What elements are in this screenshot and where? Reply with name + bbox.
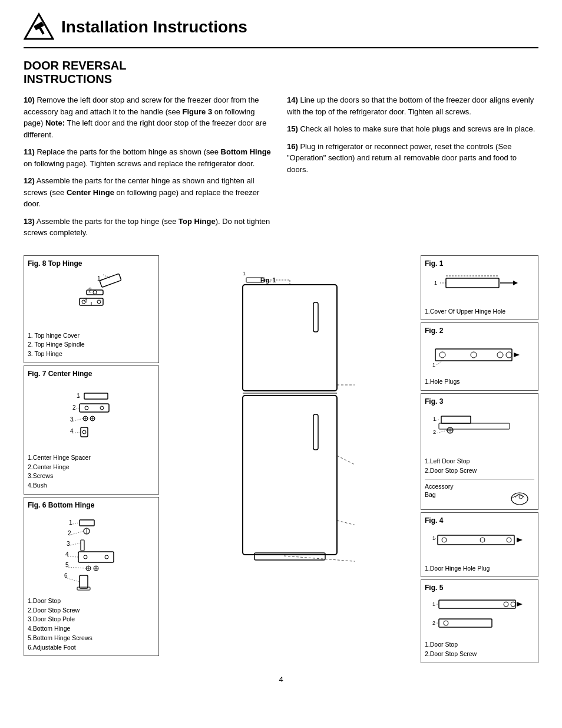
fig5-svg: 1 2	[425, 594, 534, 638]
fig5-labels: 1.Door Stop 2.Door Stop Screw	[425, 640, 534, 659]
fig6-box: Fig. 6 Bottom Hinge 1 2 3 4 5 6	[24, 497, 159, 657]
fig1-svg: 1	[425, 270, 534, 305]
fig2-labels: 1.Hole Plugs	[425, 377, 534, 387]
svg-rect-40	[80, 520, 94, 526]
svg-line-72	[337, 456, 355, 467]
svg-marker-80	[513, 281, 518, 285]
instructions-columns: 10) Remove the left door stop and screw …	[24, 94, 538, 245]
instructions-right: 14) Line up the doors so that the bottom…	[287, 94, 538, 245]
svg-text:1: 1	[433, 416, 436, 422]
svg-point-106	[507, 538, 511, 542]
fig3-box: Fig. 3 1 2	[421, 393, 538, 510]
svg-point-86	[506, 352, 512, 358]
fig2-title: Fig. 2	[425, 327, 534, 335]
svg-point-20	[85, 406, 88, 410]
svg-rect-78	[446, 278, 499, 288]
svg-point-45	[84, 555, 87, 559]
svg-rect-6	[100, 274, 121, 287]
svg-point-85	[497, 352, 503, 358]
step-16: 16) Plug in refrigerator or reconnect po…	[287, 141, 538, 176]
fig7-title: Fig. 7 Center Hinge	[28, 370, 155, 378]
svg-point-83	[439, 352, 445, 358]
fig8-svg: 1 2 3	[28, 270, 155, 329]
svg-text:1: 1	[432, 362, 435, 368]
svg-text:1: 1	[432, 601, 435, 607]
svg-point-100	[519, 495, 523, 499]
fig4-box: Fig. 4 1 1.Door Hinge Hole Plug	[421, 512, 538, 578]
svg-rect-18	[84, 393, 108, 399]
svg-rect-19	[80, 404, 109, 412]
svg-marker-107	[517, 538, 523, 542]
svg-marker-87	[514, 353, 520, 357]
fig7-box: Fig. 7 Center Hinge 1 2 3 4	[24, 365, 159, 495]
svg-text:1: 1	[434, 280, 437, 286]
center-fridge-diagram: Fig. 1 1	[165, 255, 415, 663]
step-12: 12) Assemble the parts for the center hi…	[24, 175, 275, 210]
right-figures: Fig. 1 1 1.Cover Of Upper Hinge Hole	[421, 255, 538, 663]
svg-line-59	[67, 567, 86, 568]
fig1-box: Fig. 1 1 1.Cover Of Upper Hinge Hole	[421, 255, 538, 321]
fig5-title: Fig. 5	[425, 584, 534, 592]
step-14: 14) Line up the doors so that the bottom…	[287, 94, 538, 117]
svg-point-29	[82, 430, 86, 434]
step-13: 13) Assemble the parts for the top hinge…	[24, 216, 275, 239]
svg-point-46	[105, 555, 108, 559]
svg-rect-2	[38, 27, 44, 35]
page-header: Installation Instructions	[24, 12, 538, 48]
svg-line-98	[434, 430, 447, 434]
svg-line-89	[437, 361, 442, 365]
svg-text:6: 6	[64, 572, 68, 579]
svg-rect-115	[439, 619, 492, 627]
svg-text:2: 2	[72, 404, 76, 411]
step-11: 11) Replace the parts for the bottom hin…	[24, 146, 275, 169]
page-number: 4	[24, 675, 538, 684]
svg-point-84	[471, 352, 477, 358]
figures-area: Fig. 8 Top Hinge 1 2 3	[24, 255, 538, 663]
page-title: Installation Instructions	[61, 18, 247, 37]
svg-text:3: 3	[67, 541, 70, 547]
svg-text:2: 2	[68, 530, 71, 536]
svg-point-21	[100, 406, 104, 410]
fig6-svg: 1 2 3 4 5 6	[28, 512, 155, 594]
accessory-bag-label: AccessoryBag	[425, 482, 502, 499]
fig3-svg: 1 2	[425, 408, 534, 455]
svg-rect-82	[435, 349, 512, 361]
svg-line-56	[69, 531, 84, 535]
svg-point-105	[480, 538, 485, 542]
svg-text:4: 4	[70, 428, 74, 434]
svg-point-104	[442, 538, 447, 542]
warning-icon	[24, 12, 54, 42]
fig4-labels: 1.Door Hinge Hole Plug	[425, 564, 534, 574]
svg-line-74	[284, 556, 355, 562]
fig1-title: Fig. 1	[425, 259, 534, 268]
svg-rect-61	[243, 285, 337, 391]
svg-marker-114	[517, 602, 523, 607]
svg-rect-28	[81, 427, 88, 437]
svg-rect-53	[80, 575, 88, 588]
fig2-svg: 1	[425, 337, 534, 375]
step-10: 10) Remove the left door stop and screw …	[24, 94, 275, 140]
svg-point-112	[504, 602, 508, 607]
svg-line-73	[337, 521, 355, 526]
step-15: 15) Check all holes to make sure that ho…	[287, 123, 538, 135]
svg-rect-62	[313, 302, 318, 332]
svg-rect-43	[81, 540, 84, 551]
svg-text:3: 3	[70, 416, 74, 423]
fig3-labels: 1.Left Door Stop 2.Door Stop Screw	[425, 457, 534, 476]
instructions-left: 10) Remove the left door stop and screw …	[24, 94, 275, 245]
svg-rect-63	[243, 396, 337, 555]
svg-rect-103	[438, 535, 514, 545]
fig1-labels: 1.Cover Of Upper Hinge Hole	[425, 307, 534, 317]
section-title: DOOR REVERSAL INSTRUCTIONS	[24, 59, 538, 86]
svg-rect-64	[313, 414, 318, 450]
fig6-title: Fig. 6 Bottom Hinge	[28, 501, 155, 509]
svg-line-60	[65, 578, 80, 582]
fig4-title: Fig. 4	[425, 516, 534, 525]
svg-point-12	[97, 300, 101, 304]
svg-text:2: 2	[432, 620, 435, 626]
fig4-svg: 1	[425, 527, 534, 562]
svg-text:2: 2	[433, 429, 436, 435]
svg-point-113	[511, 602, 515, 607]
fig3-title: Fig. 3	[425, 397, 534, 406]
fig2-box: Fig. 2 1	[421, 322, 538, 391]
